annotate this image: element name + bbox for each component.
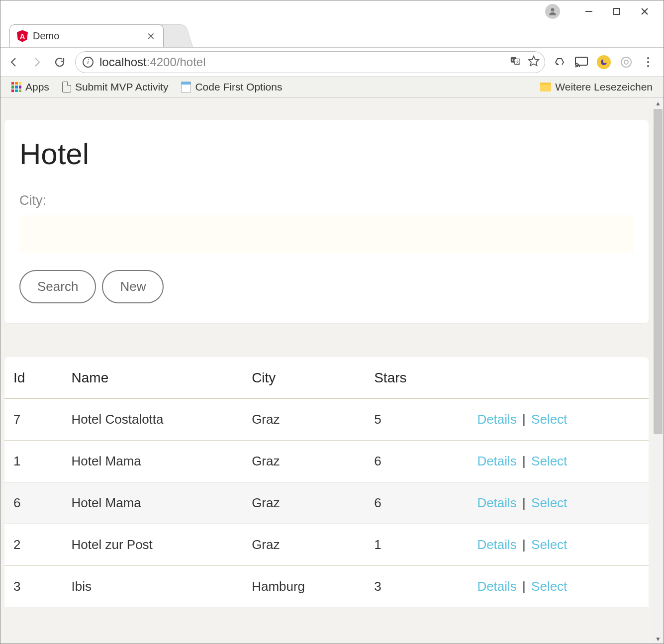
cell-city: Graz <box>243 482 365 524</box>
city-input[interactable] <box>19 215 634 253</box>
folder-icon <box>540 83 551 92</box>
bookmark-label: Code First Options <box>195 81 282 93</box>
cell-actions: Details | Select <box>468 398 649 441</box>
page-title: Hotel <box>19 137 634 171</box>
details-link[interactable]: Details <box>477 454 516 468</box>
svg-point-11 <box>575 66 577 67</box>
viewport: Hotel City: Search New Id Name City Star… <box>0 98 664 644</box>
cell-name: Ibis <box>63 566 243 608</box>
details-link[interactable]: Details <box>477 537 516 552</box>
table-row: 2Hotel zur PostGraz1Details | Select <box>4 524 649 566</box>
menu-icon[interactable] <box>642 56 655 69</box>
select-link[interactable]: Select <box>531 495 567 510</box>
profile-icon[interactable] <box>545 4 560 19</box>
apps-grid-icon <box>11 82 21 92</box>
svg-point-14 <box>647 57 649 59</box>
cell-id: 3 <box>4 566 63 608</box>
cell-stars: 6 <box>365 482 468 524</box>
vertical-scrollbar[interactable]: ▲ ▼ <box>653 98 664 644</box>
svg-point-12 <box>621 57 631 67</box>
cell-name: Hotel Mama <box>63 441 243 482</box>
maximize-button[interactable] <box>603 0 631 22</box>
page-content: Hotel City: Search New Id Name City Star… <box>0 98 653 644</box>
window-titlebar <box>0 0 664 22</box>
site-info-icon[interactable]: i <box>83 57 94 68</box>
cell-name: Hotel Costalotta <box>63 398 243 441</box>
cell-city: Graz <box>243 398 365 441</box>
th-name: Name <box>63 357 243 398</box>
browser-tab[interactable]: A Demo ✕ <box>9 24 164 47</box>
action-separator: | <box>517 412 531 427</box>
table-row: 3IbisHamburg3Details | Select <box>4 566 649 608</box>
svg-point-15 <box>647 61 649 63</box>
back-button[interactable] <box>6 55 21 70</box>
reload-button[interactable] <box>52 55 67 70</box>
tab-close-icon[interactable]: ✕ <box>147 30 155 42</box>
separator <box>527 80 527 94</box>
notes-icon <box>181 82 191 92</box>
cell-name: Hotel Mama <box>63 482 243 524</box>
cell-actions: Details | Select <box>468 566 649 608</box>
details-link[interactable]: Details <box>477 579 516 594</box>
new-button[interactable]: New <box>102 270 164 303</box>
select-link[interactable]: Select <box>531 579 567 594</box>
forward-button[interactable] <box>29 55 44 70</box>
select-link[interactable]: Select <box>531 412 567 427</box>
cell-id: 7 <box>4 398 63 441</box>
select-link[interactable]: Select <box>531 537 567 552</box>
search-card: Hotel City: Search New <box>4 120 649 323</box>
th-actions <box>468 357 649 398</box>
browser-toolbar: i localhost:4200/hotel G文 <box>0 47 664 76</box>
th-city: City <box>243 357 365 398</box>
translate-icon[interactable]: G文 <box>510 55 521 69</box>
bookmark-item[interactable]: Code First Options <box>177 81 286 93</box>
search-button[interactable]: Search <box>19 270 96 303</box>
close-window-button[interactable] <box>631 0 659 22</box>
scroll-thumb[interactable] <box>654 109 663 434</box>
apps-shortcut[interactable]: Apps <box>7 81 53 93</box>
cell-id: 1 <box>4 441 63 482</box>
other-bookmarks-label: Weitere Lesezeichen <box>555 81 653 93</box>
tab-title: Demo <box>33 30 142 42</box>
svg-text:文: 文 <box>516 60 519 64</box>
svg-marker-9 <box>529 56 539 66</box>
action-separator: | <box>517 537 531 552</box>
cell-id: 2 <box>4 524 63 566</box>
bookmark-star-icon[interactable] <box>528 55 540 69</box>
table-row: 6Hotel MamaGraz6Details | Select <box>4 482 649 524</box>
bookmark-label: Submit MVP Activity <box>75 81 169 93</box>
scroll-track[interactable] <box>653 109 664 634</box>
action-separator: | <box>517 454 531 468</box>
scroll-down-arrow[interactable]: ▼ <box>653 634 664 644</box>
details-link[interactable]: Details <box>477 412 516 427</box>
cell-actions: Details | Select <box>468 482 649 524</box>
cell-stars: 1 <box>365 524 468 566</box>
scroll-up-arrow[interactable]: ▲ <box>653 98 664 109</box>
extension-icons <box>553 55 658 69</box>
bookmark-item[interactable]: Submit MVP Activity <box>58 81 173 93</box>
city-label: City: <box>19 193 634 208</box>
select-link[interactable]: Select <box>531 454 567 468</box>
bookmark-bar: Apps Submit MVP Activity Code First Opti… <box>0 76 664 98</box>
target-extension-icon[interactable] <box>620 56 633 69</box>
document-icon <box>62 82 71 92</box>
minimize-button[interactable] <box>575 0 603 22</box>
hotels-table: Id Name City Stars 7Hotel CostalottaGraz… <box>4 357 649 607</box>
address-bar[interactable]: i localhost:4200/hotel G文 <box>75 51 545 73</box>
cell-name: Hotel zur Post <box>63 524 243 566</box>
details-link[interactable]: Details <box>477 495 516 510</box>
svg-point-0 <box>551 8 555 11</box>
th-id: Id <box>4 357 63 398</box>
cell-stars: 6 <box>365 441 468 482</box>
cell-stars: 3 <box>365 566 468 608</box>
cell-actions: Details | Select <box>468 441 649 482</box>
recycle-extension-icon[interactable] <box>553 56 566 69</box>
other-bookmarks[interactable]: Weitere Lesezeichen <box>536 81 657 93</box>
moon-extension-icon[interactable] <box>597 55 611 69</box>
url-text: localhost:4200/hotel <box>99 55 504 69</box>
results-table-card: Id Name City Stars 7Hotel CostalottaGraz… <box>4 357 649 607</box>
svg-point-13 <box>624 60 628 64</box>
cast-extension-icon[interactable] <box>575 56 588 69</box>
apps-label: Apps <box>25 81 49 93</box>
svg-text:G: G <box>512 58 515 62</box>
